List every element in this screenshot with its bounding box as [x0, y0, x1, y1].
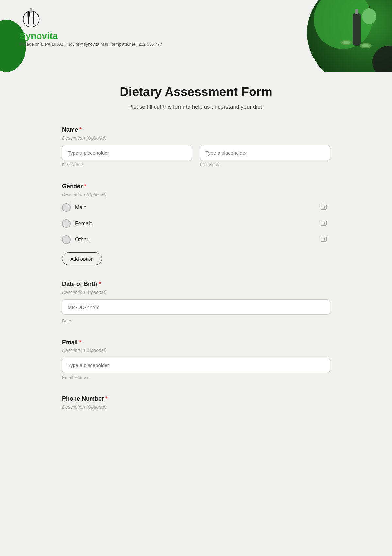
required-star: *: [79, 126, 82, 133]
svg-point-13: [342, 41, 350, 44]
delete-male-icon[interactable]: [318, 202, 330, 213]
logo-icon: [20, 7, 42, 29]
gender-description: Description (Optional): [62, 192, 330, 197]
phone-required-star: *: [105, 396, 107, 402]
radio-option-male: Male: [62, 202, 330, 213]
svg-rect-9: [355, 9, 358, 14]
name-fields-row: First Name Last Name: [62, 145, 330, 167]
radio-label-female: Female: [75, 221, 318, 227]
form-subtitle: Please fill out this form to help us und…: [62, 104, 330, 110]
gender-required-star: *: [84, 183, 86, 190]
header: Synovita Philadelphia, PA 19102 | inquir…: [0, 0, 392, 72]
add-option-button[interactable]: Add option: [62, 252, 102, 265]
first-name-input[interactable]: [62, 145, 192, 160]
phone-description: Description (Optional): [62, 404, 330, 410]
gender-section: Gender* Description (Optional) Male Fema…: [62, 183, 330, 265]
phone-label: Phone Number*: [62, 396, 330, 402]
radio-option-other: Other:: [62, 234, 330, 245]
email-description: Description (Optional): [62, 348, 330, 353]
dob-section: Date of Birth* Description (Optional) Da…: [62, 281, 330, 323]
email-label: Email*: [62, 339, 330, 346]
radio-label-other: Other:: [75, 237, 318, 243]
svg-rect-21: [321, 221, 326, 225]
name-label: Name*: [62, 126, 330, 133]
form-title: Dietary Assessment Form: [62, 85, 330, 99]
svg-line-11: [369, 6, 370, 8]
first-name-sublabel: First Name: [62, 162, 192, 167]
first-name-wrapper: First Name: [62, 145, 192, 167]
dob-description: Description (Optional): [62, 290, 330, 295]
food-decoration: [333, 0, 385, 65]
right-decor: [307, 0, 392, 72]
email-input[interactable]: [62, 358, 330, 373]
svg-point-10: [362, 8, 376, 24]
email-required-star: *: [79, 339, 81, 345]
delete-other-icon[interactable]: [318, 234, 330, 245]
dob-required-star: *: [99, 281, 101, 287]
dob-label: Date of Birth*: [62, 281, 330, 288]
logo-area: Synovita Philadelphia, PA 19102 | inquir…: [20, 7, 162, 47]
svg-rect-8: [353, 13, 361, 46]
radio-circle-other[interactable]: [62, 235, 71, 244]
email-section: Email* Description (Optional) Email Addr…: [62, 339, 330, 380]
radio-circle-male[interactable]: [62, 203, 71, 212]
last-name-input[interactable]: [200, 145, 330, 160]
svg-rect-26: [321, 237, 326, 241]
svg-point-15: [362, 44, 370, 47]
dob-input[interactable]: [62, 299, 330, 315]
radio-option-female: Female: [62, 218, 330, 229]
radio-circle-female[interactable]: [62, 219, 71, 228]
email-sublabel: Email Address: [62, 375, 330, 380]
delete-female-icon[interactable]: [318, 218, 330, 229]
name-description: Description (Optional): [62, 135, 330, 141]
last-name-wrapper: Last Name: [200, 145, 330, 167]
dob-sublabel: Date: [62, 317, 330, 323]
logo-address: Philadelphia, PA 19102 | inquire@synovit…: [20, 42, 162, 47]
email-input-wrapper: [62, 358, 330, 373]
name-section: Name* Description (Optional) First Name …: [62, 126, 330, 167]
svg-rect-16: [321, 205, 326, 209]
svg-point-7: [30, 8, 32, 9]
radio-label-male: Male: [75, 205, 318, 211]
gender-label: Gender*: [62, 183, 330, 190]
svg-point-1: [25, 13, 38, 25]
main-content: Dietary Assessment Form Please fill out …: [56, 72, 336, 451]
last-name-sublabel: Last Name: [200, 162, 330, 167]
logo-name: Synovita: [20, 31, 58, 41]
header-image: [307, 0, 392, 72]
phone-section: Phone Number* Description (Optional): [62, 396, 330, 410]
